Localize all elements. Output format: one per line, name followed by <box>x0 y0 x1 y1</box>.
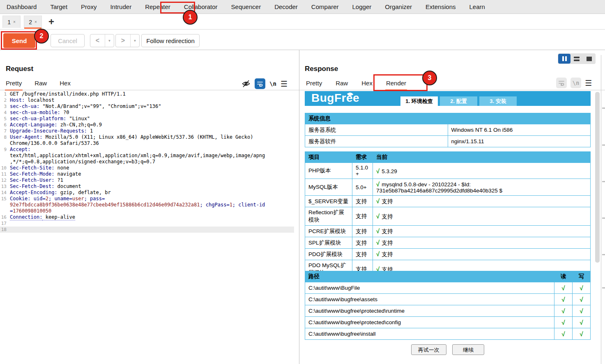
response-editor-icons: \n ☰ <box>556 78 592 88</box>
response-tab-hex[interactable]: Hex <box>361 80 373 91</box>
word-wrap-icon[interactable] <box>255 78 265 89</box>
request-line: text/html,application/xhtml+xml,applicat… <box>0 153 294 159</box>
path-writable: √ <box>573 282 591 294</box>
layout-single-button[interactable] <box>583 54 595 64</box>
requirements-header: 项目 <box>305 152 352 163</box>
forward-button[interactable]: > <box>116 34 131 47</box>
request-tab-hex[interactable]: Hex <box>60 80 71 91</box>
repeater-tab-2[interactable]: 2 × <box>24 16 42 28</box>
back-dropdown-icon[interactable]: ▼ <box>105 34 114 47</box>
response-panel-title: Response <box>305 65 338 73</box>
requirement-item: PCRE扩展模块 <box>305 226 352 237</box>
request-panel-title: Request <box>6 65 33 73</box>
line-number <box>0 153 7 159</box>
show-newlines-icon[interactable]: \n <box>269 80 276 87</box>
path-writable: √ <box>573 317 591 328</box>
response-tab-render[interactable]: Render <box>386 80 406 91</box>
continue-button[interactable]: 继续 <box>452 344 484 355</box>
check-icon: √ <box>561 319 565 326</box>
line-number: 16 <box>0 214 7 220</box>
request-line: =1760098010050 <box>0 208 294 214</box>
add-tab-button[interactable]: + <box>48 17 54 27</box>
show-newlines-icon[interactable]: \n <box>570 78 581 88</box>
table-row: C:\autit\www\BugFile√√ <box>305 282 591 294</box>
request-line: 8User-Agent: Mozilla/5.0 (X11; Linux x86… <box>0 134 294 140</box>
retry-button[interactable]: 再试一次 <box>411 344 446 355</box>
paths-header: 读 <box>554 271 573 282</box>
request-line: Chrome/136.0.0.0 Safari/537.36 <box>0 140 294 147</box>
menu-item-proxy[interactable]: Proxy <box>81 3 97 10</box>
path-value: C:\autit\www\bugfree\protected\runtime <box>305 305 554 317</box>
render-scrollbar[interactable] <box>595 92 600 263</box>
word-wrap-icon[interactable] <box>556 78 567 88</box>
cancel-button[interactable]: Cancel <box>51 34 85 47</box>
menu-item-comparer[interactable]: Comparer <box>311 3 339 10</box>
panel-divider[interactable] <box>299 50 299 364</box>
check-icon: √ <box>580 330 583 337</box>
line-number: 1 <box>0 91 7 97</box>
scroll-marker <box>602 144 605 146</box>
response-render-view: BugFree 1. 环境检查 2. 配置 3. 安装 系统信息服务器系统Win… <box>305 91 591 362</box>
bugfree-banner: BugFree 1. 环境检查 2. 配置 3. 安装 <box>305 91 591 106</box>
response-view-tabs: Pretty Raw Hex Render <box>306 80 406 91</box>
gear-icon[interactable]: ⚙ <box>39 35 46 44</box>
paths-header: 写 <box>573 271 591 282</box>
forward-button-group: > ▼ <box>115 34 140 47</box>
menu-item-learn[interactable]: Learn <box>469 3 485 10</box>
check-icon: √ <box>376 197 380 204</box>
menu-item-collaborator[interactable]: Collaborator <box>184 3 218 10</box>
request-line: 17 <box>0 220 294 227</box>
request-tab-pretty[interactable]: Pretty <box>6 80 22 91</box>
line-number: 15 <box>0 196 7 202</box>
install-actions: 再试一次 继续 <box>305 344 591 355</box>
response-tab-raw[interactable]: Raw <box>336 80 348 91</box>
requirement-current: √支持 <box>373 207 591 226</box>
annotation-circle-3: 3 <box>422 71 437 85</box>
request-tab-raw[interactable]: Raw <box>35 80 47 91</box>
path-value: C:\autit\www\bugfree\assets <box>305 294 554 305</box>
line-number: 10 <box>0 165 7 171</box>
line-number: 9 <box>0 147 7 153</box>
follow-redirection-button[interactable]: Follow redirection <box>141 34 200 47</box>
line-number: 13 <box>0 183 7 190</box>
menu-item-intruder[interactable]: Intruder <box>110 3 131 10</box>
check-icon: √ <box>561 307 565 314</box>
table-row: SPL扩展模块支持√支持 <box>305 237 591 249</box>
sysinfo-key: 服务器软件 <box>305 136 448 147</box>
request-editor[interactable]: 1GET /bugfree/install/index.php HTTP/1.1… <box>0 91 299 364</box>
check-icon: √ <box>561 330 565 337</box>
table-row: PDO扩展模块支持√支持 <box>305 249 591 260</box>
path-writable: √ <box>573 294 591 305</box>
sysinfo-key: 服务器系统 <box>305 124 448 136</box>
close-icon[interactable]: × <box>35 20 37 24</box>
response-menu-icon[interactable]: ☰ <box>585 78 592 88</box>
menu-item-repeater[interactable]: Repeater <box>145 3 170 10</box>
request-menu-icon[interactable]: ☰ <box>281 79 288 89</box>
requirement-needed: 5.0+ <box>352 179 373 196</box>
menu-item-extensions[interactable]: Extensions <box>426 3 455 10</box>
repeater-tab-1[interactable]: 1 × <box>2 16 21 28</box>
hide-nonprintable-icon[interactable] <box>242 79 251 88</box>
step-env-check: 1. 环境检查 <box>400 96 438 106</box>
back-button[interactable]: < <box>90 34 105 47</box>
menu-item-target[interactable]: Target <box>50 3 67 10</box>
forward-dropdown-icon[interactable]: ▼ <box>131 34 139 47</box>
path-value: C:\autit\www\BugFile <box>305 282 554 294</box>
paths-header: 路径 <box>305 271 554 282</box>
layout-toggle-group <box>558 53 596 64</box>
response-tab-pretty[interactable]: Pretty <box>306 80 322 91</box>
menu-item-organizer[interactable]: Organizer <box>385 3 412 10</box>
menu-item-decoder[interactable]: Decoder <box>274 3 298 10</box>
menu-item-sequencer[interactable]: Sequencer <box>231 3 261 10</box>
request-line: 92e7fbdcca8b9f36be0638e48e77cbeeb49ef158… <box>0 202 294 208</box>
repeater-tab-1-label: 1 <box>7 19 11 25</box>
close-icon[interactable]: × <box>13 20 16 24</box>
menu-item-logger[interactable]: Logger <box>352 3 372 10</box>
menu-item-dashboard[interactable]: Dashboard <box>7 3 37 10</box>
layout-columns-button[interactable] <box>558 54 570 64</box>
requirement-item: Reflection扩展模块 <box>305 207 352 226</box>
path-writable: √ <box>573 305 591 317</box>
layout-rows-button[interactable] <box>570 54 583 64</box>
send-button[interactable]: Send <box>3 33 35 48</box>
table-row: PCRE扩展模块支持√支持 <box>305 226 591 237</box>
